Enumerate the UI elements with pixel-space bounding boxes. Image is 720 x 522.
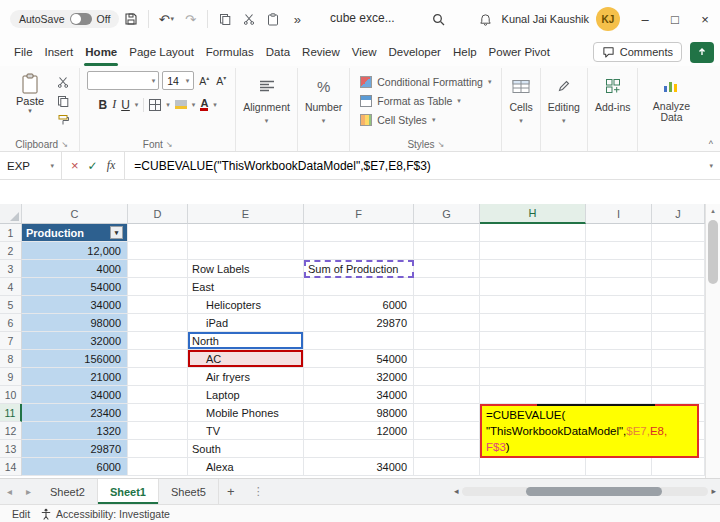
sheet-tab-sheet2[interactable]: Sheet2 xyxy=(38,479,98,504)
save-icon[interactable] xyxy=(120,7,142,31)
cell-h8[interactable] xyxy=(480,350,586,368)
column-header-i[interactable]: I xyxy=(586,204,652,224)
cell-i9[interactable] xyxy=(586,368,652,386)
vertical-scrollbar[interactable]: ▴ xyxy=(705,204,720,478)
cell-d10[interactable] xyxy=(128,386,188,404)
scroll-right-icon[interactable]: ▸ xyxy=(711,486,716,496)
vertical-scroll-thumb[interactable] xyxy=(708,220,718,284)
cell-j14[interactable] xyxy=(652,458,705,476)
cell-i6[interactable] xyxy=(586,314,652,332)
column-header-c[interactable]: C xyxy=(22,204,128,224)
cell-d5[interactable] xyxy=(128,296,188,314)
cell-f4[interactable] xyxy=(304,278,414,296)
menu-tab-page-layout[interactable]: Page Layout xyxy=(123,38,200,66)
horizontal-scroll-thumb[interactable] xyxy=(526,487,662,496)
cell-g2[interactable] xyxy=(414,242,480,260)
dialog-launcher-icon[interactable]: ↘ xyxy=(438,140,445,149)
format-as-table-button[interactable]: Format as Table ▾ xyxy=(357,91,494,110)
cell-f3[interactable]: Sum of Production xyxy=(304,260,414,278)
cell-h6[interactable] xyxy=(480,314,586,332)
cell-i8[interactable] xyxy=(586,350,652,368)
cell-g7[interactable] xyxy=(414,332,480,350)
cell-i1[interactable] xyxy=(586,224,652,242)
cell-j2[interactable] xyxy=(652,242,705,260)
menu-tab-help[interactable]: Help xyxy=(447,38,483,66)
autosave-toggle[interactable]: AutoSave Off xyxy=(10,10,119,28)
cell-j7[interactable] xyxy=(652,332,705,350)
cell-j5[interactable] xyxy=(652,296,705,314)
cell-h7[interactable] xyxy=(480,332,586,350)
copy-icon[interactable] xyxy=(214,7,236,31)
cell-e11[interactable]: Mobile Phones xyxy=(188,404,304,422)
cell-g10[interactable] xyxy=(414,386,480,404)
formula-input[interactable]: =CUBEVALUE("ThisWorkbookDataModel",$E7,E… xyxy=(125,159,440,173)
cell-h2[interactable] xyxy=(480,242,586,260)
font-size-select[interactable]: 14▾ xyxy=(162,71,194,90)
cell-g12[interactable] xyxy=(414,422,480,440)
collapse-ribbon-icon[interactable]: ^ xyxy=(709,139,713,149)
row-header-9[interactable]: 9 xyxy=(0,368,22,386)
comments-button[interactable]: Comments xyxy=(593,42,682,62)
cell-c4[interactable]: 54000 xyxy=(22,278,128,296)
row-header-7[interactable]: 7 xyxy=(0,332,22,350)
new-sheet-button[interactable]: + xyxy=(219,484,243,499)
cut-button[interactable] xyxy=(54,74,72,89)
cell-f10[interactable]: 34000 xyxy=(304,386,414,404)
cell-j6[interactable] xyxy=(652,314,705,332)
cell-c11[interactable]: 23400 xyxy=(22,404,128,422)
cell-g8[interactable] xyxy=(414,350,480,368)
row-header-14[interactable]: 14 xyxy=(0,458,22,476)
cell-j3[interactable] xyxy=(652,260,705,278)
column-header-h[interactable]: H xyxy=(480,204,586,224)
cell-f7[interactable] xyxy=(304,332,414,350)
cell-c8[interactable]: 156000 xyxy=(22,350,128,368)
cell-c14[interactable]: 6000 xyxy=(22,458,128,476)
sheet-tab-sheet1[interactable]: Sheet1 xyxy=(98,479,159,504)
insert-function-icon[interactable]: fx xyxy=(107,158,116,173)
row-header-8[interactable]: 8 xyxy=(0,350,22,368)
cell-d7[interactable] xyxy=(128,332,188,350)
row-header-3[interactable]: 3 xyxy=(0,260,22,278)
cell-h4[interactable] xyxy=(480,278,586,296)
cell-i5[interactable] xyxy=(586,296,652,314)
cell-e12[interactable]: TV xyxy=(188,422,304,440)
search-icon[interactable] xyxy=(432,12,445,30)
alignment-button[interactable]: Alignment xyxy=(243,101,290,113)
redo-icon[interactable]: ↷ xyxy=(179,7,201,31)
close-button[interactable]: × xyxy=(690,2,720,36)
cell-d9[interactable] xyxy=(128,368,188,386)
dialog-launcher-icon[interactable]: ↘ xyxy=(61,140,68,149)
cell-f12[interactable]: 12000 xyxy=(304,422,414,440)
cell-d6[interactable] xyxy=(128,314,188,332)
dialog-launcher-icon[interactable]: ↘ xyxy=(166,140,173,149)
sheet-tab-sheet5[interactable]: Sheet5 xyxy=(159,479,219,504)
cell-g3[interactable] xyxy=(414,260,480,278)
accessibility-status[interactable]: Accessibility: Investigate xyxy=(40,508,170,520)
cell-e13[interactable]: South xyxy=(188,440,304,458)
font-name-select[interactable]: ▾ xyxy=(87,71,159,90)
row-header-1[interactable]: 1 xyxy=(0,224,22,242)
cell-i2[interactable] xyxy=(586,242,652,260)
row-header-12[interactable]: 12 xyxy=(0,422,22,440)
cell-i4[interactable] xyxy=(586,278,652,296)
cell-e4[interactable]: East xyxy=(188,278,304,296)
autosave-switch[interactable] xyxy=(70,13,92,25)
filter-icon[interactable]: ▾ xyxy=(110,226,123,239)
cell-d12[interactable] xyxy=(128,422,188,440)
cell-e6[interactable]: iPad xyxy=(188,314,304,332)
scroll-up-icon[interactable]: ▴ xyxy=(706,204,720,218)
cell-e1[interactable] xyxy=(188,224,304,242)
cell-e2[interactable] xyxy=(188,242,304,260)
menu-tab-file[interactable]: File xyxy=(8,38,39,66)
cell-g13[interactable] xyxy=(414,440,480,458)
decrease-font-icon[interactable]: A▾ xyxy=(214,74,228,87)
cell-f5[interactable]: 6000 xyxy=(304,296,414,314)
row-header-13[interactable]: 13 xyxy=(0,440,22,458)
cell-c13[interactable]: 29870 xyxy=(22,440,128,458)
scroll-left-icon[interactable]: ◂ xyxy=(454,486,459,496)
cell-i3[interactable] xyxy=(586,260,652,278)
share-icon[interactable] xyxy=(690,42,714,63)
cell-h1[interactable] xyxy=(480,224,586,242)
cell-f9[interactable]: 32000 xyxy=(304,368,414,386)
cell-e9[interactable]: Air fryers xyxy=(188,368,304,386)
